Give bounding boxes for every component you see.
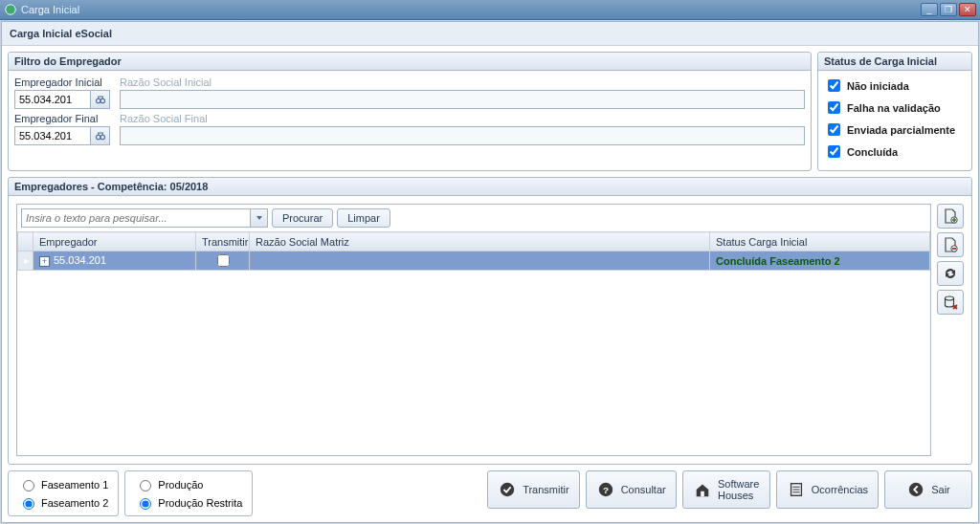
status-nao-iniciada-checkbox[interactable] [828, 79, 840, 92]
employers-group-header: Empregadores - Competência: 05/2018 [9, 178, 971, 196]
status-label: Não iniciada [847, 80, 909, 92]
check-circle-icon [498, 480, 517, 499]
col-empregador[interactable]: Empregador [33, 232, 196, 251]
row-transmitir-checkbox[interactable] [217, 254, 230, 267]
producao-box: Produção Produção Restrita [124, 470, 253, 516]
empregador-final-label: Empregador Final [14, 113, 114, 124]
razao-inicial-input[interactable] [120, 90, 805, 109]
grid-side-toolbar [937, 204, 964, 456]
doc-add-button[interactable] [937, 204, 964, 229]
radio-label: Faseamento 2 [41, 497, 108, 509]
cell-transmitir[interactable] [196, 251, 250, 271]
status-falha-checkbox[interactable] [828, 101, 840, 114]
employers-grid[interactable]: Empregador Transmitir Razão Social Matri… [17, 231, 930, 271]
empregador-final-lookup-button[interactable] [91, 126, 110, 145]
db-delete-icon [943, 295, 958, 310]
back-arrow-icon [906, 480, 925, 499]
transmitir-button[interactable]: Transmitir [487, 470, 579, 509]
limpar-button[interactable]: Limpar [337, 208, 390, 228]
radio-label: Faseamento 1 [41, 479, 108, 491]
faseamento-box: Faseamento 1 Faseamento 2 [8, 470, 119, 516]
grid-empty-area [17, 271, 930, 455]
status-group: Status de Carga Inicial Não iniciada Fal… [817, 52, 972, 171]
home-icon [693, 480, 712, 499]
db-delete-button[interactable] [937, 290, 964, 315]
radio-label: Produção [158, 479, 203, 491]
page-title: Carga Inicial eSocial [2, 22, 978, 46]
svg-point-8 [501, 483, 514, 496]
faseamento-2-radio[interactable] [23, 498, 34, 510]
question-circle-icon: ? [596, 480, 615, 499]
filter-group-header: Filtro do Empregador [9, 53, 811, 71]
grid-search-dropdown[interactable] [251, 208, 268, 228]
list-icon [787, 480, 806, 499]
consultar-button[interactable]: ? Consultar [586, 470, 677, 509]
col-transmitir[interactable]: Transmitir [196, 232, 250, 251]
refresh-icon [943, 266, 958, 281]
razao-inicial-label: Razão Social Inicial [120, 76, 805, 88]
doc-add-icon [943, 208, 958, 224]
svg-rect-11 [701, 491, 704, 496]
doc-remove-icon [943, 237, 958, 252]
software-houses-button[interactable]: Software Houses [682, 470, 770, 509]
svg-point-7 [946, 296, 954, 300]
window-title: Carga Inicial [21, 4, 921, 15]
empregador-inicial-input[interactable] [14, 90, 91, 109]
svg-point-3 [96, 135, 100, 140]
filter-group: Filtro do Empregador Empregador Inicial [8, 52, 812, 171]
empregador-inicial-label: Empregador Inicial [14, 76, 114, 88]
svg-point-1 [96, 98, 100, 103]
status-concluida-checkbox[interactable] [828, 145, 840, 158]
grid-search-combo[interactable] [21, 208, 268, 228]
title-bar: Carga Inicial _ ❐ ✕ [0, 0, 980, 20]
doc-remove-button[interactable] [937, 232, 964, 257]
procurar-button[interactable]: Procurar [272, 208, 333, 228]
col-status[interactable]: Status Carga Inicial [710, 232, 930, 251]
svg-point-0 [6, 5, 16, 15]
status-label: Concluída [847, 146, 898, 158]
chevron-down-icon [256, 216, 262, 220]
empregador-inicial-lookup-button[interactable] [91, 90, 110, 109]
svg-point-2 [100, 98, 105, 103]
razao-final-input[interactable] [120, 126, 805, 145]
minimize-button[interactable]: _ [921, 3, 938, 16]
status-label: Enviada parcialmente [847, 124, 955, 136]
status-label: Falha na validação [847, 102, 941, 114]
employers-group: Empregadores - Competência: 05/2018 Proc… [8, 177, 972, 465]
svg-text:?: ? [603, 485, 609, 495]
refresh-button[interactable] [937, 261, 964, 286]
app-icon [4, 3, 17, 16]
cell-empregador: +55.034.201 [33, 251, 196, 271]
status-group-header: Status de Carga Inicial [818, 53, 971, 71]
col-razao-matriz[interactable]: Razão Social Matriz [250, 232, 710, 251]
binoculars-icon [95, 130, 106, 142]
status-enviada-parcial-checkbox[interactable] [828, 123, 840, 136]
radio-label: Produção Restrita [158, 497, 242, 509]
table-row[interactable]: ▸ +55.034.201 Concluída Faseamento 2 [18, 251, 930, 271]
row-indicator: ▸ [18, 251, 33, 271]
empregador-final-input[interactable] [14, 126, 91, 145]
expand-icon[interactable]: + [39, 256, 50, 267]
producao-restrita-radio[interactable] [140, 498, 151, 510]
grid-indicator-header [18, 232, 33, 251]
cell-razao-matriz [250, 251, 710, 271]
svg-point-13 [909, 483, 923, 496]
svg-point-4 [100, 135, 105, 140]
binoculars-icon [95, 94, 106, 105]
close-button[interactable]: ✕ [959, 3, 976, 16]
producao-radio[interactable] [140, 480, 151, 491]
cell-status: Concluída Faseamento 2 [710, 251, 930, 271]
ocorrencias-button[interactable]: Ocorrências [776, 470, 879, 509]
faseamento-1-radio[interactable] [23, 480, 34, 491]
maximize-button[interactable]: ❐ [940, 3, 957, 16]
sair-button[interactable]: Sair [884, 470, 972, 509]
employers-grid-container: Procurar Limpar Empregador Transmitir [16, 204, 931, 456]
grid-search-input[interactable] [21, 208, 251, 228]
razao-final-label: Razão Social Final [120, 113, 805, 124]
